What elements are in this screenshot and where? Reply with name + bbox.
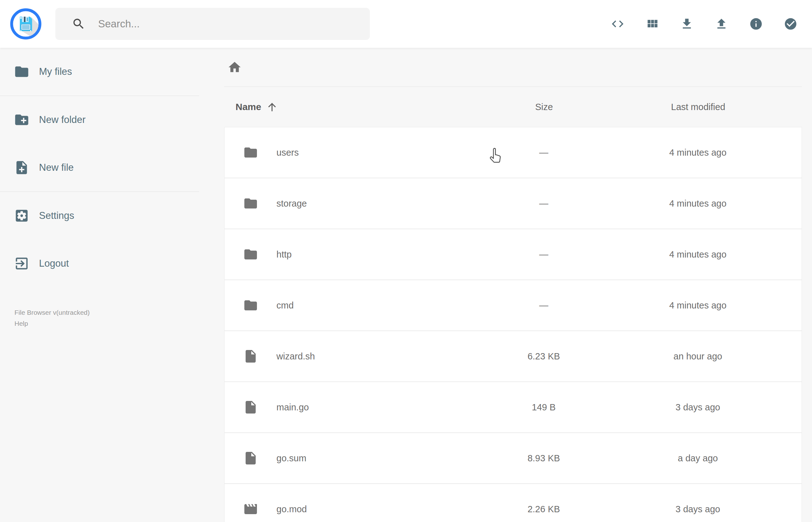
item-name: wizard.sh (277, 351, 478, 362)
sidebar-item-logout[interactable]: Logout (0, 240, 207, 287)
item-modified: 4 minutes ago (610, 198, 786, 209)
info-icon[interactable] (749, 17, 763, 31)
grid-view-icon[interactable] (645, 17, 659, 31)
sidebar-item-new-folder[interactable]: New folder (0, 96, 207, 144)
item-size: 149 B (478, 402, 610, 413)
item-name: cmd (277, 300, 478, 311)
item-name: storage (277, 198, 478, 209)
item-modified: a day ago (610, 453, 786, 463)
item-size: 6.23 KB (478, 351, 610, 362)
item-size: 8.93 KB (478, 453, 610, 463)
item-modified: an hour ago (610, 351, 786, 362)
item-size: — (478, 147, 610, 158)
folder-icon (243, 196, 258, 211)
item-name: main.go (277, 402, 478, 413)
sidebar-footer: File Browser v(untracked) Help (15, 307, 207, 329)
sidebar: My files New folder New file Settings Lo… (0, 48, 207, 329)
list-header: Name Size Last modified (224, 87, 802, 127)
item-size: — (478, 300, 610, 311)
settings-icon (14, 208, 29, 224)
top-bar (0, 0, 812, 48)
sort-by-name-header[interactable]: Name (224, 101, 478, 113)
download-icon[interactable] (680, 17, 694, 31)
list-item[interactable]: users — 4 minutes ago (224, 127, 802, 178)
item-modified: 4 minutes ago (610, 300, 786, 311)
item-size: — (478, 249, 610, 260)
file-icon (243, 450, 258, 466)
code-icon[interactable] (611, 17, 625, 31)
folder-icon (243, 298, 258, 313)
item-name: users (277, 147, 478, 158)
list-item[interactable]: cmd — 4 minutes ago (224, 280, 802, 331)
folder-icon (243, 145, 258, 160)
sidebar-item-label: My files (39, 66, 72, 77)
sidebar-item-settings[interactable]: Settings (0, 192, 207, 240)
item-size: — (478, 198, 610, 209)
sort-by-modified-header[interactable]: Last modified (610, 102, 786, 112)
arrow-up-icon (266, 101, 278, 113)
sidebar-item-new-file[interactable]: New file (0, 144, 207, 192)
file-browser-app: My files New folder New file Settings Lo… (0, 0, 812, 522)
item-modified: 4 minutes ago (610, 147, 786, 158)
item-modified: 3 days ago (610, 402, 786, 413)
sidebar-item-label: Settings (39, 210, 74, 221)
file-list: users — 4 minutes ago storage — 4 minute… (224, 127, 802, 522)
file-icon (243, 349, 258, 364)
folder-icon (14, 64, 29, 80)
search-icon (72, 17, 85, 31)
list-item[interactable]: http — 4 minutes ago (224, 229, 802, 280)
new-folder-icon (14, 112, 29, 128)
new-file-icon (14, 160, 29, 176)
list-item[interactable]: storage — 4 minutes ago (224, 178, 802, 229)
list-item[interactable]: go.mod 2.26 KB 3 days ago (224, 484, 802, 522)
sidebar-item-label: New folder (39, 114, 85, 125)
upload-icon[interactable] (714, 17, 728, 31)
list-item[interactable]: main.go 149 B 3 days ago (224, 382, 802, 433)
sort-by-size-header[interactable]: Size (478, 102, 610, 112)
item-name: go.sum (277, 453, 478, 463)
toolbar-actions (611, 17, 797, 31)
item-modified: 3 days ago (610, 504, 786, 515)
item-name: go.mod (277, 504, 478, 515)
search-bar[interactable] (55, 8, 370, 40)
file-listing-area: Name Size Last modified users — 4 minute… (207, 48, 812, 522)
file-icon (243, 400, 258, 415)
item-modified: 4 minutes ago (610, 249, 786, 260)
item-name: http (277, 249, 478, 260)
search-input[interactable] (98, 18, 357, 30)
help-link[interactable]: Help (15, 318, 207, 329)
home-icon[interactable] (227, 59, 244, 76)
sidebar-item-my-files[interactable]: My files (0, 48, 207, 96)
sidebar-item-label: New file (39, 162, 74, 173)
list-item[interactable]: go.sum 8.93 KB a day ago (224, 433, 802, 484)
column-name-label: Name (236, 102, 261, 112)
movie-file-icon (243, 502, 258, 517)
version-link[interactable]: File Browser v(untracked) (15, 307, 207, 318)
list-item[interactable]: wizard.sh 6.23 KB an hour ago (224, 331, 802, 382)
folder-icon (243, 247, 258, 262)
select-multiple-icon[interactable] (784, 17, 797, 31)
logout-icon (14, 256, 29, 272)
sidebar-item-label: Logout (39, 258, 69, 269)
breadcrumb (224, 48, 802, 87)
file-browser-logo[interactable] (10, 8, 41, 40)
item-size: 2.26 KB (478, 504, 610, 515)
